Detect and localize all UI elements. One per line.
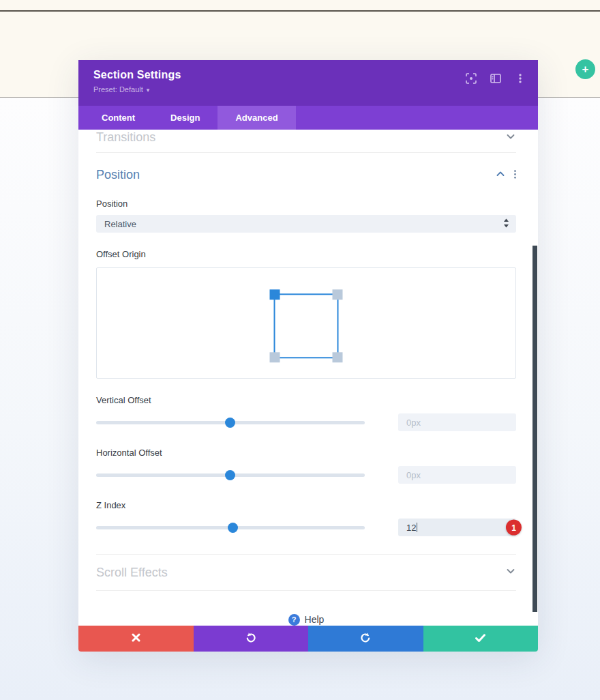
scrollbar[interactable] [532, 246, 537, 612]
vertical-offset-row [96, 413, 516, 431]
undo-icon [245, 632, 256, 645]
z-index-slider[interactable] [96, 523, 365, 533]
z-index-value: 12 [406, 523, 416, 533]
page-section-divider-top [0, 10, 600, 12]
origin-handle-bottom-right[interactable] [333, 352, 343, 362]
z-index-label: Z Index [96, 500, 516, 510]
discard-button[interactable] [78, 626, 194, 652]
transitions-section-toggle[interactable]: Transitions [96, 130, 516, 153]
position-section-header[interactable]: Position [96, 168, 516, 182]
help-link[interactable]: ? Help [96, 591, 516, 626]
tab-design[interactable]: Design [153, 106, 217, 130]
change-count-badge: 1 [506, 520, 522, 536]
tab-content[interactable]: Content [84, 106, 153, 130]
position-field-label: Position [96, 199, 516, 209]
slider-thumb[interactable] [225, 470, 235, 480]
redo-icon [360, 632, 371, 645]
modal-footer [78, 626, 538, 652]
kebab-menu-icon[interactable] [515, 73, 526, 84]
horizontal-offset-label: Horizontal Offset [96, 448, 516, 458]
vertical-offset-label: Vertical Offset [96, 395, 516, 405]
modal-header-left: Section Settings Preset: Default ▾ [93, 69, 181, 106]
section-kebab-icon[interactable] [514, 169, 516, 181]
slider-thumb[interactable] [225, 418, 235, 428]
modal-header: Section Settings Preset: Default ▾ [78, 60, 538, 106]
help-label: Help [305, 614, 325, 625]
modal-header-icons [466, 69, 526, 106]
horizontal-offset-slider[interactable] [96, 470, 365, 480]
chevron-down-icon: ▾ [147, 87, 150, 93]
focus-icon[interactable] [466, 73, 477, 84]
save-button[interactable] [423, 626, 539, 652]
preset-dropdown[interactable]: Preset: Default ▾ [93, 85, 181, 93]
z-index-row: 12 1 [96, 519, 516, 536]
plus-icon: + [582, 63, 589, 76]
z-index-input-wrap: 12 1 [398, 519, 516, 536]
origin-handle-top-left[interactable] [270, 289, 280, 300]
x-icon [132, 632, 140, 645]
modal-tabbar: Content Design Advanced [78, 106, 538, 130]
add-section-button[interactable]: + [575, 59, 595, 79]
chevron-up-icon[interactable] [495, 169, 506, 182]
position-section: Position Position Relativ [96, 153, 516, 536]
tab-advanced[interactable]: Advanced [217, 106, 295, 130]
vertical-offset-slider[interactable] [96, 418, 365, 428]
check-icon [475, 632, 485, 645]
chevron-down-icon [505, 566, 516, 579]
dock-icon[interactable] [490, 73, 501, 84]
undo-button[interactable] [194, 626, 309, 652]
offset-origin-picker [96, 267, 516, 379]
position-select[interactable]: Relative [96, 215, 516, 233]
redo-button[interactable] [308, 626, 423, 652]
origin-handle-bottom-left[interactable] [270, 352, 280, 362]
transitions-section-title: Transitions [96, 130, 155, 145]
chevron-down-icon [505, 131, 516, 145]
position-section-controls [495, 169, 516, 182]
slider-thumb[interactable] [228, 523, 238, 533]
text-caret [417, 523, 417, 532]
position-section-title: Position [96, 168, 140, 182]
horizontal-offset-input[interactable] [398, 466, 516, 484]
modal-body: Transitions Position [78, 130, 538, 626]
preset-label: Preset: Default [93, 85, 143, 93]
offset-origin-square [274, 293, 339, 358]
updown-arrows-icon [503, 218, 509, 230]
offset-origin-label: Offset Origin [96, 249, 516, 259]
section-settings-modal: Section Settings Preset: Default ▾ [78, 60, 538, 652]
help-icon: ? [288, 614, 300, 626]
position-select-value: Relative [104, 219, 136, 229]
vertical-offset-input[interactable] [398, 413, 516, 431]
scroll-effects-section-toggle[interactable]: Scroll Effects [96, 554, 516, 591]
modal-title: Section Settings [93, 69, 181, 81]
scroll-effects-section-title: Scroll Effects [96, 566, 168, 580]
horizontal-offset-row [96, 466, 516, 484]
z-index-input[interactable]: 12 [398, 519, 516, 536]
origin-handle-top-right[interactable] [333, 289, 343, 300]
